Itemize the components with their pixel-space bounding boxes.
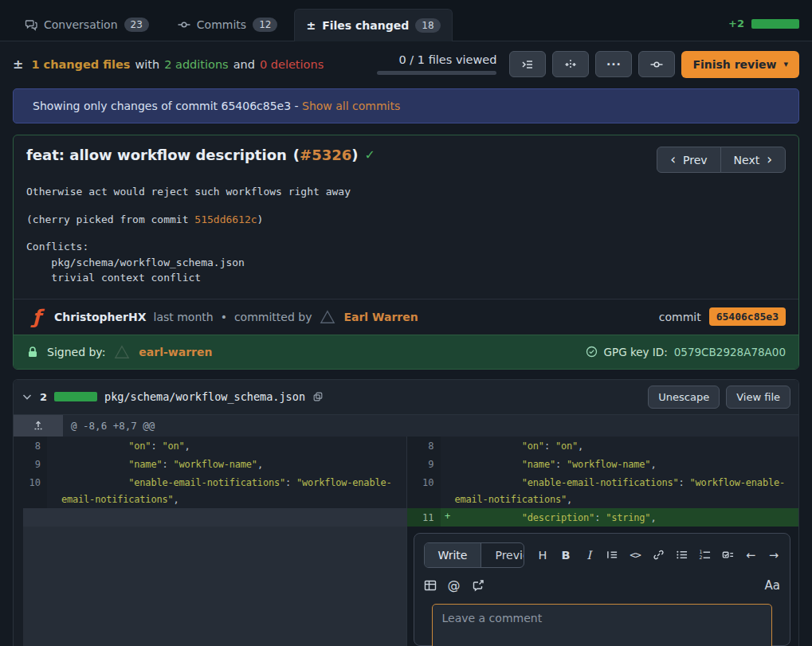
pr-tab-bar: Conversation 23 Commits 12 ± Files chang… bbox=[0, 0, 812, 41]
table-icon[interactable] bbox=[424, 578, 437, 593]
tab-commits-count: 12 bbox=[253, 18, 277, 32]
copy-path-icon[interactable] bbox=[312, 391, 324, 402]
task-list-icon[interactable] bbox=[721, 548, 734, 562]
expand-hunk-button[interactable] bbox=[14, 415, 63, 437]
commit-message-line: Otherwise act would reject such workflow… bbox=[26, 184, 786, 200]
commit-sha-area: commit 65406c85e3 bbox=[659, 307, 786, 326]
next-commit-button[interactable]: Next › bbox=[720, 147, 786, 173]
pr-tabs: Conversation 23 Commits 12 ± Files chang… bbox=[13, 8, 453, 41]
whitespace-icon bbox=[521, 58, 534, 71]
show-all-commits-link[interactable]: Show all commits bbox=[302, 100, 400, 112]
italic-icon[interactable]: I bbox=[583, 548, 595, 562]
view-file-button[interactable]: View file bbox=[726, 386, 790, 409]
prev-commit-button[interactable]: ‹ Prev bbox=[657, 147, 720, 173]
code-line: "enable-email-notifications": "workflow-… bbox=[455, 473, 799, 508]
whitespace-options-button[interactable] bbox=[509, 51, 546, 77]
svg-text:1: 1 bbox=[699, 549, 702, 554]
editor-toolbar-row2: @ Aa bbox=[424, 578, 781, 593]
code-icon[interactable]: <> bbox=[629, 548, 641, 562]
line-sign bbox=[47, 473, 61, 508]
added-sign: + bbox=[441, 508, 455, 527]
ellipsis-icon: ··· bbox=[606, 58, 622, 71]
cherry-prefix: (cherry picked from commit bbox=[26, 213, 194, 225]
comment-textarea[interactable] bbox=[432, 604, 773, 646]
code-line: "on": "on", bbox=[61, 437, 406, 455]
tab-files-changed[interactable]: ± Files changed 18 bbox=[294, 9, 452, 41]
file-name[interactable]: pkg/schema/workflow_schema.json bbox=[104, 390, 305, 403]
verified-icon bbox=[586, 346, 598, 358]
chevron-right-icon: › bbox=[767, 153, 772, 166]
line-number-old[interactable]: 8 bbox=[14, 437, 47, 455]
signer-avatar[interactable] bbox=[113, 343, 131, 361]
author-avatar[interactable]: ƒ bbox=[26, 307, 47, 327]
split-view-button[interactable] bbox=[552, 51, 589, 77]
mention-icon[interactable]: @ bbox=[448, 578, 461, 593]
diffstat: +2 bbox=[728, 18, 799, 41]
code-line: "name": "workflow-name", bbox=[455, 455, 799, 473]
line-number-new[interactable]: 8 bbox=[407, 437, 441, 455]
preview-tab[interactable]: Preview bbox=[481, 543, 524, 567]
unescape-button[interactable]: Unescape bbox=[648, 386, 720, 409]
bullet-list-icon[interactable] bbox=[675, 548, 688, 562]
cherry-commit-link[interactable]: 515dd6612c bbox=[194, 213, 257, 225]
code-line: "enable-email-notifications": "workflow-… bbox=[61, 473, 406, 508]
tab-commits[interactable]: Commits 12 bbox=[166, 8, 290, 41]
conversation-icon bbox=[25, 18, 37, 31]
commit-time: last month bbox=[154, 311, 214, 323]
gpg-info: GPG key ID: 0579CB2928A78A00 bbox=[586, 346, 786, 358]
line-number-new[interactable]: 10 bbox=[407, 473, 441, 508]
line-sign bbox=[441, 437, 455, 455]
author-name[interactable]: ChristopherHX bbox=[54, 311, 147, 323]
commit-sha-badge[interactable]: 65406c85e3 bbox=[709, 307, 786, 326]
write-tab[interactable]: Write bbox=[425, 543, 482, 567]
code-line: "name": "workflow-name", bbox=[61, 455, 406, 473]
numbered-list-icon[interactable]: 1 2 bbox=[698, 548, 711, 562]
pr-ref-link[interactable]: #5326 bbox=[300, 147, 351, 163]
committer-avatar[interactable] bbox=[319, 308, 336, 326]
signer-name-link[interactable]: earl-warren bbox=[139, 346, 212, 358]
redo-icon[interactable]: → bbox=[767, 548, 780, 562]
reference-icon[interactable] bbox=[472, 578, 484, 593]
font-size-icon[interactable]: Aa bbox=[765, 578, 780, 593]
pr-ref-wrap: (#5326) bbox=[293, 147, 359, 163]
committer-name[interactable]: Earl Warren bbox=[343, 311, 418, 323]
diff-left-cell: 10 "enable-email-notifications": "workfl… bbox=[14, 473, 406, 508]
heading-icon[interactable]: H bbox=[536, 548, 549, 562]
diff-plusminus-icon: ± bbox=[13, 57, 23, 72]
format-icons: H B I <> bbox=[536, 548, 780, 562]
line-sign bbox=[47, 455, 61, 473]
line-number-old[interactable]: 9 bbox=[14, 455, 47, 473]
summary-and: and bbox=[233, 58, 255, 71]
more-options-button[interactable]: ··· bbox=[595, 51, 632, 77]
select-commit-button[interactable] bbox=[638, 51, 675, 77]
undo-icon[interactable]: ← bbox=[744, 548, 757, 562]
tab-conversation[interactable]: Conversation 23 bbox=[13, 8, 161, 41]
diff-row-added: 11 + "description": "string", bbox=[14, 508, 798, 527]
quote-icon[interactable] bbox=[606, 548, 618, 562]
files-viewed-label: 0 / 1 files viewed bbox=[398, 53, 496, 66]
collapse-chevron-icon[interactable] bbox=[22, 391, 33, 402]
diff-left-placeholder bbox=[14, 508, 406, 527]
commit-message-conflicts: Conflicts: pkg/schema/workflow_schema.js… bbox=[26, 239, 786, 286]
link-icon[interactable] bbox=[652, 548, 665, 562]
file-actions: Unescape View file bbox=[648, 386, 790, 409]
check-icon: ✓ bbox=[364, 147, 375, 162]
diff-right-cell-added: 11 + "description": "string", bbox=[406, 508, 799, 527]
line-number-old[interactable]: 10 bbox=[14, 473, 47, 508]
commit-author-row: ƒ ChristopherHX last month • committed b… bbox=[14, 299, 798, 335]
bold-icon[interactable]: B bbox=[559, 548, 572, 562]
change-summary: ± 1 changed files with 2 additions and 0… bbox=[13, 57, 324, 72]
paren-close: ) bbox=[351, 147, 358, 163]
diff-row: 9 "name": "workflow-name", 9 "name": "wo… bbox=[14, 455, 798, 473]
line-number-new[interactable]: 9 bbox=[407, 455, 441, 473]
line-sign bbox=[441, 473, 455, 508]
diff-toolbar: ± 1 changed files with 2 additions and 0… bbox=[0, 41, 812, 86]
paren-open: ( bbox=[293, 147, 300, 163]
finish-review-button[interactable]: Finish review ▾ bbox=[681, 51, 799, 78]
diff-left-cell: 8 "on": "on", bbox=[14, 437, 406, 455]
file-diff-box: 2 pkg/schema/workflow_schema.json Unesca… bbox=[13, 379, 799, 646]
diff-left-cell: 9 "name": "workflow-name", bbox=[14, 455, 406, 473]
commit-nav: ‹ Prev Next › bbox=[657, 147, 786, 173]
comment-form: Write Preview H B I <> bbox=[414, 533, 791, 646]
line-number-new[interactable]: 11 bbox=[407, 508, 441, 527]
